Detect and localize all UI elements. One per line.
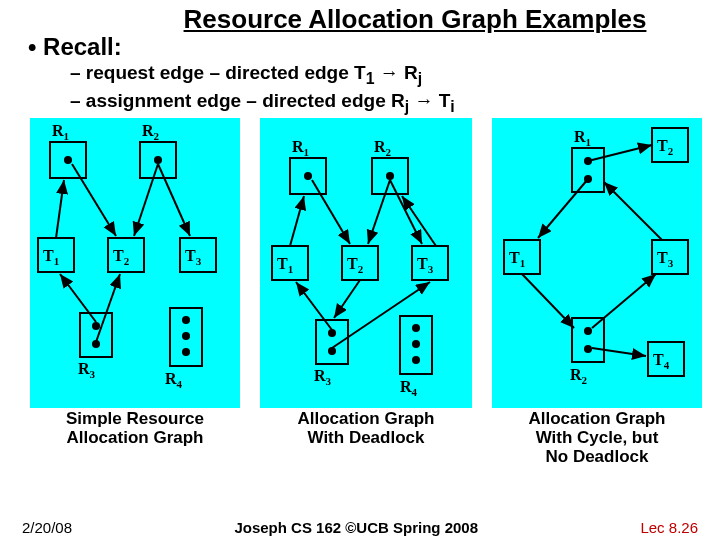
svg-line-48	[290, 196, 304, 246]
sub-bullet-2: – assignment edge – directed edge Rj → T…	[70, 89, 720, 117]
sub-bullet-1: – request edge – directed edge T1 → Rj	[70, 61, 720, 89]
diagram-cycle-no-deadlock: R1 T2 T1 T3 R2 T4	[492, 118, 702, 408]
svg-point-40	[328, 329, 336, 337]
svg-point-28	[304, 172, 312, 180]
svg-point-68	[584, 345, 592, 353]
svg-line-25	[60, 274, 96, 322]
svg-line-49	[312, 180, 350, 244]
recall-text: Recall:	[43, 33, 122, 60]
page-title: Resource Allocation Graph Examples	[110, 0, 720, 35]
svg-point-1	[64, 156, 72, 164]
footer: 2/20/08 Joseph CS 162 ©UCB Spring 2008 L…	[0, 519, 720, 536]
svg-point-19	[182, 348, 190, 356]
svg-point-4	[154, 156, 162, 164]
svg-point-17	[182, 316, 190, 324]
svg-point-44	[412, 324, 420, 332]
caption-2: Allocation GraphWith Deadlock	[260, 410, 472, 466]
svg-text:R4: R4	[400, 378, 418, 398]
svg-rect-39	[316, 320, 348, 364]
svg-line-74	[604, 182, 662, 240]
svg-point-31	[386, 172, 394, 180]
svg-panel-1: R1 R2 T1 T2 T3 R3 R4	[30, 118, 240, 408]
recall-bullet: • Recall:	[28, 33, 720, 61]
svg-text:R3: R3	[314, 367, 332, 387]
svg-text:R1: R1	[52, 122, 69, 142]
svg-point-46	[412, 356, 420, 364]
caption-1: Simple ResourceAllocation Graph	[30, 410, 240, 466]
svg-text:R4: R4	[165, 370, 183, 390]
svg-line-73	[538, 179, 588, 238]
footer-date: 2/20/08	[22, 519, 72, 536]
svg-text:R1: R1	[574, 128, 591, 148]
svg-point-41	[328, 347, 336, 355]
svg-rect-12	[80, 313, 112, 357]
svg-line-22	[72, 164, 116, 236]
svg-rect-66	[572, 318, 604, 362]
svg-text:R2: R2	[374, 138, 392, 158]
svg-point-67	[584, 327, 592, 335]
caption-3: Allocation GraphWith Cycle, butNo Deadlo…	[492, 410, 702, 466]
svg-point-45	[412, 340, 420, 348]
diagram-deadlock: R1 R2 T1 T2 T3 R3 R4	[260, 118, 472, 408]
svg-line-76	[592, 274, 656, 328]
svg-point-13	[92, 322, 100, 330]
svg-panel-3: R1 T2 T1 T3 R2 T4	[492, 118, 702, 408]
svg-text:R1: R1	[292, 138, 309, 158]
svg-panel-2: R1 R2 T1 T2 T3 R3 R4	[260, 118, 472, 408]
svg-text:R2: R2	[142, 122, 160, 142]
svg-point-18	[182, 332, 190, 340]
svg-line-53	[296, 282, 332, 330]
svg-rect-56	[572, 148, 604, 192]
svg-line-21	[56, 180, 64, 238]
footer-lecnum: Lec 8.26	[640, 519, 698, 536]
svg-text:R2: R2	[570, 366, 588, 386]
svg-text:R3: R3	[78, 360, 96, 380]
diagram-simple-rag: R1 R2 T1 T2 T3 R3 R4	[30, 118, 240, 408]
footer-course: Joseph CS 162 ©UCB Spring 2008	[234, 519, 478, 536]
svg-line-55	[334, 280, 360, 318]
svg-line-75	[522, 274, 574, 328]
